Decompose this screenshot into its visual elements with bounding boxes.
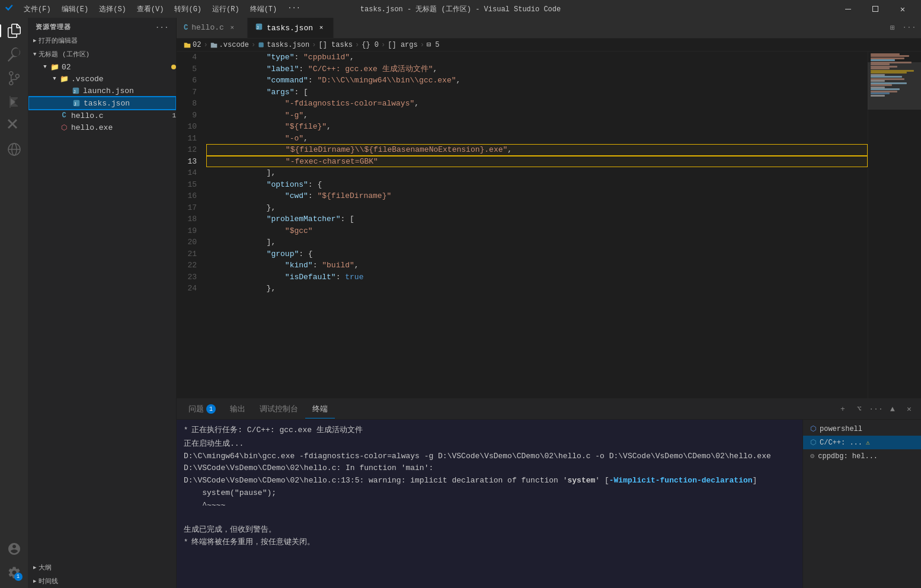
panel-content: * 正在执行任务: C/C++: gcc.exe 生成活动文件 正在启动生成..… bbox=[177, 420, 921, 588]
tree-item-launch[interactable]: J launch.json bbox=[28, 85, 176, 97]
terminal-powershell[interactable]: ⬡ powershell bbox=[803, 422, 921, 436]
code-line-10: "${file}", bbox=[206, 121, 868, 133]
terminal-line-empty bbox=[184, 512, 795, 525]
menu-terminal[interactable]: 终端(T) bbox=[245, 3, 282, 15]
breadcrumb-02[interactable]: 02 bbox=[184, 41, 201, 49]
ln7: 7 bbox=[177, 87, 202, 98]
problems-badge: 1 bbox=[206, 404, 216, 414]
tree-item-vscode[interactable]: ▼ 📁 .vscode bbox=[28, 73, 176, 85]
close-button[interactable]: ✕ bbox=[889, 0, 916, 18]
code-line-6: "command": "D:\\C\\mingw64\\bin\\gcc.exe… bbox=[206, 75, 868, 87]
extensions-icon[interactable] bbox=[4, 115, 25, 136]
split-terminal-icon[interactable]: ⌥ bbox=[852, 402, 866, 416]
open-editors-section[interactable]: ▶ 打开的编辑器 bbox=[28, 34, 176, 47]
explorer-icon[interactable] bbox=[4, 20, 25, 41]
sidebar-more-icon[interactable]: ··· bbox=[155, 24, 169, 31]
breadcrumb-0[interactable]: {} 0 bbox=[362, 41, 379, 49]
svg-rect-11 bbox=[259, 42, 264, 47]
code-line-20: ], bbox=[206, 237, 868, 248]
breadcrumb-5[interactable]: ⊟ 5 bbox=[427, 40, 440, 49]
tabs-actions: ⊞ ··· bbox=[881, 18, 921, 38]
menu-more[interactable]: ··· bbox=[283, 3, 305, 15]
accounts-icon[interactable] bbox=[4, 538, 25, 560]
code-line-7: "args": [ bbox=[206, 87, 868, 98]
breadcrumb-tasks-arr[interactable]: [] tasks bbox=[318, 41, 353, 49]
tab-close-tasks[interactable]: × bbox=[316, 23, 326, 33]
menu-view[interactable]: 查看(V) bbox=[132, 3, 169, 15]
panel-tab-problems[interactable]: 问题 1 bbox=[181, 400, 223, 418]
outline-section[interactable]: ▶ 大纲 bbox=[28, 561, 176, 574]
menu-run[interactable]: 运行(R) bbox=[207, 3, 244, 15]
folder-icon: 📁 bbox=[50, 62, 59, 72]
workspace-section[interactable]: ▼ 无标题 (工作区) bbox=[28, 47, 176, 61]
window-title: tasks.json - 无标题 (工作区) - Visual Studio C… bbox=[360, 4, 561, 14]
tree-item-hello-c[interactable]: C hello.c 1 bbox=[28, 110, 176, 122]
ln11: 11 bbox=[177, 133, 202, 145]
ln24: 24 bbox=[177, 283, 202, 295]
menu-file[interactable]: 文件(F) bbox=[19, 3, 56, 15]
run-debug-icon[interactable] bbox=[4, 91, 25, 113]
tab-c-icon: C bbox=[184, 24, 188, 32]
more-terminal-icon[interactable]: ··· bbox=[869, 402, 883, 416]
json-icon-launch: J bbox=[71, 86, 81, 95]
editor-content[interactable]: 4 5 6 7 8 9 10 11 12 13 14 15 16 17 18 1… bbox=[177, 52, 921, 398]
spacer3 bbox=[50, 111, 59, 120]
ln23: 23 bbox=[177, 271, 202, 283]
terminal-cppdbg[interactable]: ⚙ cppdbg: hel... bbox=[803, 449, 921, 463]
ln21: 21 bbox=[177, 248, 202, 260]
code-line-13: "-fexec-charset=GBK" bbox=[206, 156, 868, 168]
menu-select[interactable]: 选择(S) bbox=[94, 3, 131, 15]
svg-text:J: J bbox=[73, 90, 76, 94]
terminal-task-line: * 正在执行任务: C/C++: gcc.exe 生成活动文件 bbox=[184, 424, 795, 437]
terminal-line-7: 生成已完成，但收到警告。 bbox=[184, 524, 795, 536]
spacer2 bbox=[62, 98, 72, 108]
close-panel-icon[interactable]: ✕ bbox=[902, 402, 916, 416]
tree-item-tasks[interactable]: J tasks.json bbox=[28, 97, 176, 110]
split-editor-icon[interactable]: ⊞ bbox=[885, 21, 900, 35]
maximize-button[interactable] bbox=[862, 0, 889, 18]
terminal-line-2: D:\C\mingw64\bin\gcc.exe -fdiagnostics-c… bbox=[184, 450, 795, 463]
chevron-right-icon-outline: ▶ bbox=[33, 564, 36, 571]
menu-edit[interactable]: 编辑(E) bbox=[57, 3, 94, 15]
code-line-11: "-o", bbox=[206, 133, 868, 145]
panel-tab-terminal[interactable]: 终端 bbox=[305, 400, 335, 418]
minimize-button[interactable] bbox=[834, 0, 862, 18]
more-actions-icon[interactable]: ··· bbox=[902, 21, 916, 35]
terminal-cpp[interactable]: ⬡ C/C++: ... ⚠ bbox=[803, 436, 921, 449]
tree-item-hello-exe[interactable]: ⬡ hello.exe bbox=[28, 122, 176, 133]
breadcrumb-args[interactable]: [] args bbox=[388, 41, 417, 49]
tree-arrow-vscode: ▼ bbox=[50, 74, 59, 84]
menu-goto[interactable]: 转到(G) bbox=[170, 3, 206, 15]
spacer4 bbox=[50, 123, 59, 132]
breadcrumb: 02 › .vscode › tasks.json › [] tasks › {… bbox=[177, 39, 921, 52]
breadcrumb-tasks[interactable]: tasks.json bbox=[258, 41, 309, 49]
code-area[interactable]: "type": "cppbuild", "label": "C/C++: gcc… bbox=[206, 52, 868, 398]
powershell-icon: ⬡ bbox=[810, 424, 816, 433]
folder-icon-bc bbox=[184, 41, 191, 49]
add-terminal-icon[interactable]: + bbox=[836, 402, 850, 416]
remote-explorer-icon[interactable] bbox=[4, 139, 25, 160]
c-icon: C bbox=[59, 111, 69, 120]
tab-tasks-json[interactable]: J tasks.json × bbox=[248, 18, 334, 38]
ln20: 20 bbox=[177, 237, 202, 248]
tab-hello-c[interactable]: C hello.c × bbox=[177, 18, 248, 38]
modified-dot bbox=[171, 65, 176, 69]
tree-item-02[interactable]: ▼ 📁 02 bbox=[28, 61, 176, 73]
source-control-icon[interactable] bbox=[4, 68, 25, 89]
settings-icon[interactable]: 1 bbox=[4, 562, 25, 583]
cpp-icon: ⬡ bbox=[810, 438, 816, 447]
search-icon[interactable] bbox=[4, 44, 25, 65]
code-line-17: }, bbox=[206, 202, 868, 214]
maximize-panel-icon[interactable]: ▲ bbox=[885, 402, 900, 416]
panel-tab-debug[interactable]: 调试控制台 bbox=[252, 400, 305, 418]
code-line-16: "cwd": "${fileDirname}" bbox=[206, 190, 868, 202]
code-line-14: ], bbox=[206, 167, 868, 179]
timeline-section[interactable]: ▶ 时间线 bbox=[28, 574, 176, 588]
terminal-area[interactable]: * 正在执行任务: C/C++: gcc.exe 生成活动文件 正在启动生成..… bbox=[177, 420, 802, 588]
activity-bar: 1 bbox=[0, 18, 28, 588]
tab-close-hello-c[interactable]: × bbox=[228, 23, 237, 33]
titlebar: 文件(F) 编辑(E) 选择(S) 查看(V) 转到(G) 运行(R) 终端(T… bbox=[0, 0, 921, 18]
breadcrumb-vscode[interactable]: .vscode bbox=[210, 41, 249, 49]
terminal-sidebar: ⬡ powershell ⬡ C/C++: ... ⚠ ⚙ cppdbg: he… bbox=[802, 420, 921, 588]
panel-tab-output[interactable]: 输出 bbox=[223, 400, 252, 418]
